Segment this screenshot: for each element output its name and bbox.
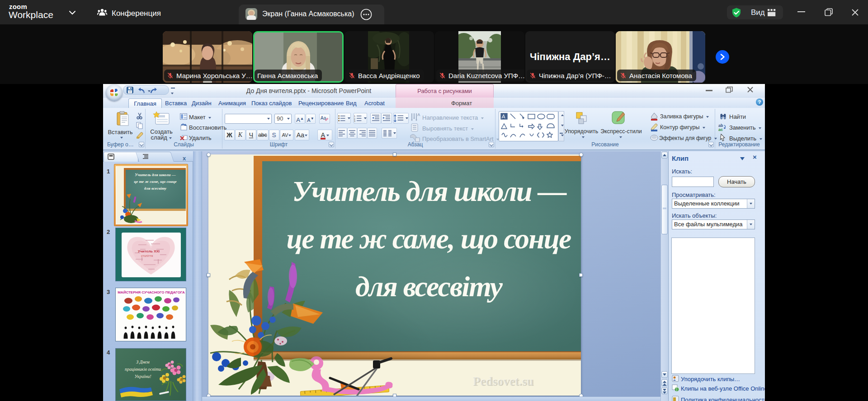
svg-text:A: A xyxy=(417,112,420,117)
svg-text:Учитель XXI: Учитель XXI xyxy=(138,249,160,253)
svg-text:ac: ac xyxy=(718,127,723,131)
svg-text:століття: століття xyxy=(141,254,153,257)
svg-text:3: 3 xyxy=(354,120,355,122)
